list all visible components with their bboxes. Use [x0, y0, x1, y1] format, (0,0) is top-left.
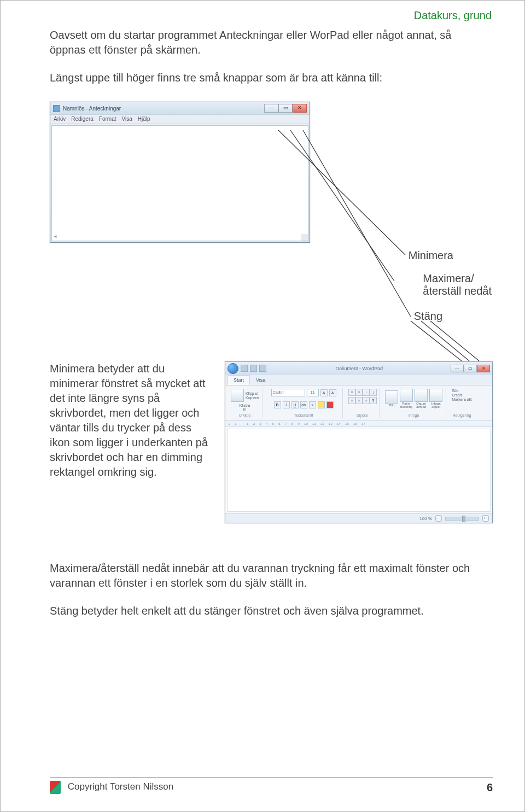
page-number: 6: [487, 781, 493, 794]
zoom-value: 100 %: [419, 516, 432, 521]
paste-icon[interactable]: [231, 389, 244, 402]
ribbon-tabs: Start Visa: [225, 375, 492, 385]
align-left-icon[interactable]: ≡: [348, 397, 355, 404]
align-right-icon[interactable]: ≡: [363, 397, 370, 404]
wordpad-canvas[interactable]: [227, 429, 491, 512]
menu-redigera[interactable]: Redigera: [71, 116, 94, 122]
insert-image-icon[interactable]: [385, 390, 398, 404]
group-paragraph: ≡ ≡ ⋮ ↕ ≡ ≡ ≡ ¶ Stycke: [345, 388, 380, 418]
group-clipboard: Klipp ut Kopiera Klistra in Urklipp: [228, 388, 262, 418]
font-group-label: Teckensnitt: [294, 413, 313, 417]
insert-group-label: Infoga: [409, 413, 419, 417]
paragraph-icon[interactable]: ¶: [370, 397, 377, 404]
svg-line-3: [411, 321, 462, 361]
tab-visa[interactable]: Visa: [250, 375, 271, 385]
footer-logo-icon: [50, 781, 61, 794]
cut-button[interactable]: Klipp ut: [246, 392, 259, 395]
svg-line-5: [430, 321, 479, 361]
notepad-textarea[interactable]: ◄►: [51, 125, 308, 241]
dec-indent-icon[interactable]: ≡: [348, 389, 355, 396]
insert-paint-icon[interactable]: [400, 389, 413, 402]
inc-indent-icon[interactable]: ≡: [355, 389, 363, 396]
insert-date-label: Datum och tid: [415, 402, 428, 408]
zoom-in-button[interactable]: +: [482, 515, 489, 522]
wordpad-title: Dokument - WordPad: [336, 366, 383, 371]
qat-redo-icon[interactable]: [259, 365, 266, 372]
align-center-icon[interactable]: ≡: [355, 397, 363, 404]
underline-button[interactable]: U: [291, 401, 299, 408]
paragraph-buttons-intro: Längst uppe till höger finns tre små kna…: [50, 71, 454, 85]
notepad-titlebar: Namnlös - Anteckningar — ▭ ✕: [50, 102, 310, 114]
paragraph-stang: Stäng betyder helt enkelt att du stänger…: [50, 604, 493, 618]
wp-maximize-button[interactable]: ▭: [464, 365, 477, 372]
zoom-out-button[interactable]: −: [435, 515, 442, 522]
editing-group-label: Redigering: [453, 413, 471, 417]
label-maximera: Maximera/ återställ nedåt: [423, 272, 492, 297]
svg-line-4: [421, 321, 469, 361]
bullets-icon[interactable]: ⋮: [363, 389, 370, 396]
status-bar: 100 % − +: [225, 513, 492, 523]
paragraph-group-label: Stycke: [357, 413, 368, 417]
insert-paint-label: Paint- teckning: [400, 402, 413, 408]
bold-button[interactable]: B: [274, 401, 281, 408]
italic-button[interactable]: I: [283, 401, 290, 408]
group-editing: Sök Ersätt Markera allt Redigering: [448, 388, 475, 418]
notepad-title: Namnlös - Anteckningar: [63, 106, 121, 112]
font-name-select[interactable]: Calibri: [271, 389, 305, 396]
insert-object-label: Infoga objekt: [429, 402, 442, 408]
group-insert: Bild Paint- teckning Datum och tid Infog…: [382, 388, 446, 418]
copy-button[interactable]: Kopiera: [246, 396, 259, 400]
paragraph-minimera: Minimera betyder att du minimerar fönstr…: [50, 361, 214, 480]
menu-arkiv[interactable]: Arkiv: [54, 116, 66, 122]
grow-font-icon[interactable]: A: [320, 389, 328, 396]
selectall-button[interactable]: Markera allt: [452, 398, 472, 401]
wordpad-window: Dokument - WordPad — ▭ ✕ Start Visa: [225, 361, 493, 523]
replace-button[interactable]: Ersätt: [452, 393, 472, 397]
svg-line-2: [303, 130, 411, 317]
shrink-font-icon[interactable]: A: [329, 389, 336, 396]
menu-format[interactable]: Format: [99, 116, 116, 122]
wordpad-orb-icon[interactable]: [228, 363, 238, 374]
close-button[interactable]: ✕: [293, 104, 307, 113]
linespacing-icon[interactable]: ↕: [370, 389, 377, 396]
menu-hjalp[interactable]: Hjälp: [138, 116, 150, 122]
insert-image-label: Bild: [385, 404, 398, 407]
insert-datetime-icon[interactable]: [415, 389, 428, 402]
minimize-button[interactable]: —: [264, 104, 278, 113]
notepad-window: Namnlös - Anteckningar — ▭ ✕ Arkiv Redig…: [50, 102, 310, 243]
page-header: Datakurs, grund: [414, 9, 492, 22]
wp-minimize-button[interactable]: —: [451, 365, 464, 372]
wordpad-titlebar: Dokument - WordPad — ▭ ✕: [225, 362, 492, 375]
footer: Copyright Torsten Nilsson 6: [50, 777, 493, 794]
strike-button[interactable]: ab: [300, 401, 307, 408]
zoom-slider[interactable]: [445, 517, 479, 521]
font-size-select[interactable]: 11: [307, 389, 319, 396]
find-button[interactable]: Sök: [452, 389, 472, 393]
ruler: ·2· · ·1· · · · · ·1· · ·2· · ·3· · ·4· …: [225, 421, 492, 427]
font-color-button[interactable]: [326, 401, 334, 408]
insert-object-icon[interactable]: [429, 389, 442, 402]
tab-start[interactable]: Start: [228, 375, 250, 385]
ribbon: Klipp ut Kopiera Klistra in Urklipp Cali…: [225, 385, 492, 421]
notepad-menubar: Arkiv Redigera Format Visa Hjälp: [50, 114, 310, 124]
quick-access-toolbar: [241, 365, 267, 373]
subscript-button[interactable]: x: [309, 401, 316, 408]
paragraph-maximera: Maximera/återställ nedåt innebär att du …: [50, 561, 493, 591]
wp-close-button[interactable]: ✕: [477, 365, 490, 372]
menu-visa[interactable]: Visa: [122, 116, 132, 122]
group-font: Calibri 11 A A B I U ab x: [265, 388, 343, 418]
clipboard-group-label: Urklipp: [239, 413, 251, 417]
label-minimera: Minimera: [409, 249, 453, 262]
qat-undo-icon[interactable]: [250, 365, 257, 372]
highlight-button[interactable]: [318, 401, 325, 408]
maximize-button[interactable]: ▭: [278, 104, 293, 113]
paste-label: Klistra in: [240, 404, 250, 411]
qat-save-icon[interactable]: [241, 365, 248, 372]
paragraph-intro: Oavsett om du startar programmet Anteckn…: [50, 28, 454, 57]
copyright-text: Copyright Torsten Nilsson: [68, 781, 173, 792]
notepad-icon: [53, 105, 60, 112]
label-stang: Stäng: [414, 310, 442, 323]
